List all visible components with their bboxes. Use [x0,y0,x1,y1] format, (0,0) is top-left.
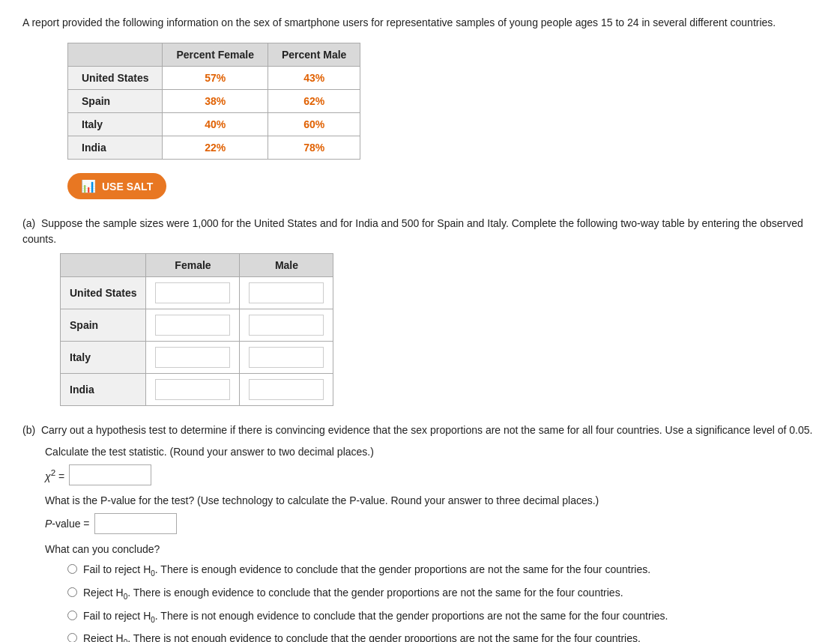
radio-label-2: Fail to reject H0. There is not enough e… [83,608,668,626]
use-salt-button[interactable]: 📊 USE SALT [67,173,166,199]
part-b-content: Calculate the test statistic. (Round you… [45,444,818,642]
country-cell: India [68,136,163,160]
male-cell: 62% [268,90,360,113]
twoway-female-cell [146,342,240,374]
twoway-country-cell: Spain [61,309,146,342]
male-input[interactable] [249,347,324,368]
twoway-row: Italy [61,342,333,374]
twoway-row: India [61,374,333,406]
pvalue-instruction: What is the P-value for the test? (Use t… [45,493,818,509]
male-cell: 78% [268,136,360,160]
table-row: India22%78% [68,136,360,160]
pvalue-row: P-value = [45,513,818,534]
male-cell: 60% [268,113,360,136]
table-row: Spain38%62% [68,90,360,113]
radio-button-2[interactable] [67,611,77,620]
twoway-male-cell [240,374,333,406]
male-cell: 43% [268,67,360,90]
country-cell: United States [68,67,163,90]
col-header-country [68,43,163,67]
radio-label-3: Reject H0. There is not enough evidence … [83,631,641,642]
twoway-col-male: Male [240,254,333,277]
twoway-male-cell [240,277,333,309]
country-cell: Spain [68,90,163,113]
table-row: Italy40%60% [68,113,360,136]
pvalue-input[interactable] [94,513,177,534]
female-input[interactable] [155,347,230,368]
twoway-col-country [61,254,146,277]
part-b-text: (b) Carry out a hypothesis test to deter… [22,423,818,438]
data-table: Percent Female Percent Male United State… [67,43,360,160]
conclude-label: What can you conclude? [45,542,818,557]
twoway-row: Spain [61,309,333,342]
col-header-male: Percent Male [268,43,360,67]
part-b-section: (b) Carry out a hypothesis test to deter… [22,423,818,642]
female-cell: 40% [163,113,268,136]
part-a-text: (a) Suppose the sample sizes were 1,000 … [22,216,818,247]
twoway-male-cell [240,342,333,374]
radio-option: Reject H0. There is not enough evidence … [67,631,818,642]
radio-option: Fail to reject H0. There is not enough e… [67,608,818,626]
radio-button-1[interactable] [67,587,77,597]
female-input[interactable] [155,282,230,303]
intro-text: A report provided the following informat… [22,15,818,31]
female-cell: 38% [163,90,268,113]
radio-option: Fail to reject H0. There is enough evide… [67,562,818,579]
chi-row: χ2 = [45,464,818,485]
twoway-row: United States [61,277,333,309]
twoway-col-female: Female [146,254,240,277]
part-b-instruction: Carry out a hypothesis test to determine… [41,424,813,436]
radio-button-0[interactable] [67,564,77,574]
radio-button-3[interactable] [67,633,77,642]
female-cell: 57% [163,67,268,90]
radio-label-1: Reject H0. There is enough evidence to c… [83,585,623,602]
female-input[interactable] [155,379,230,400]
radio-option: Reject H0. There is enough evidence to c… [67,585,818,602]
table-row: United States57%43% [68,67,360,90]
twoway-female-cell [146,277,240,309]
male-input[interactable] [249,315,324,336]
calc-instruction: Calculate the test statistic. (Round you… [45,444,818,460]
male-input[interactable] [249,282,324,303]
part-a-section: (a) Suppose the sample sizes were 1,000 … [22,216,818,406]
col-header-female: Percent Female [163,43,268,67]
salt-icon: 📊 [81,179,96,193]
pvalue-label: P-value = [45,518,90,530]
country-cell: Italy [68,113,163,136]
twoway-country-cell: United States [61,277,146,309]
twoway-female-cell [146,309,240,342]
chi-input[interactable] [69,464,151,485]
part-b-label: (b) [22,424,35,436]
radio-label-0: Fail to reject H0. There is enough evide… [83,562,650,579]
twoway-female-cell [146,374,240,406]
part-a-label: (a) [22,217,35,229]
use-salt-label: USE SALT [102,181,153,193]
twoway-table: Female Male United StatesSpainItalyIndia [60,253,333,406]
twoway-country-cell: Italy [61,342,146,374]
part-a-instruction: Suppose the sample sizes were 1,000 for … [22,217,803,245]
radio-group: Fail to reject H0. There is enough evide… [67,562,818,642]
twoway-male-cell [240,309,333,342]
female-input[interactable] [155,315,230,336]
female-cell: 22% [163,136,268,160]
chi-label: χ2 = [45,467,64,482]
male-input[interactable] [249,379,324,400]
twoway-country-cell: India [61,374,146,406]
